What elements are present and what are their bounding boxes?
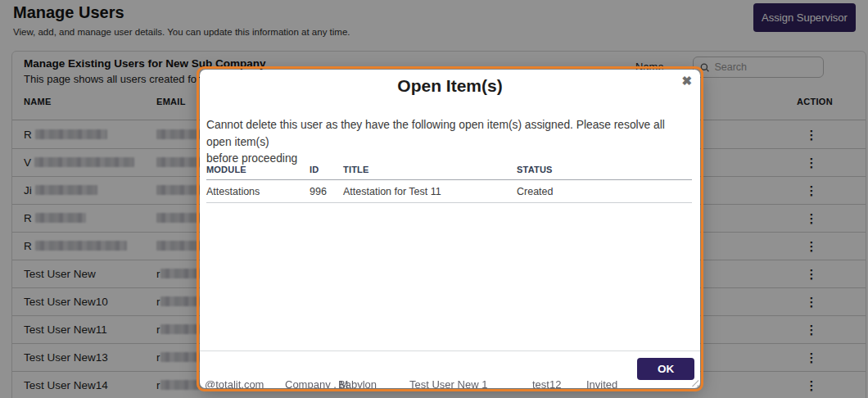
column-header-id: ID <box>310 161 343 179</box>
partially-hidden-table-row: @totalit.comCompany , MBabylonTest User … <box>0 378 868 388</box>
open-item-module: Attestations <box>206 180 310 202</box>
open-item-status: Created <box>517 180 692 202</box>
open-items-modal: Open Item(s) ✖ Cannot delete this user a… <box>200 70 700 388</box>
hidden-row-fragment: Invited <box>586 378 617 388</box>
column-header-title: TITLE <box>343 161 517 179</box>
open-item-row: Attestations996Attestation for Test 11Cr… <box>206 180 692 203</box>
open-items-table-header: MODULE ID TITLE STATUS <box>206 161 692 180</box>
modal-message: Cannot delete this user as they have the… <box>206 117 690 168</box>
modal-title: Open Item(s) <box>200 76 700 96</box>
open-item-id: 996 <box>310 180 343 202</box>
open-item-title: Attestation for Test 11 <box>343 180 517 202</box>
open-items-table: MODULE ID TITLE STATUS Attestations996At… <box>206 161 692 203</box>
close-icon[interactable]: ✖ <box>681 74 692 88</box>
hidden-row-fragment: Test User New 1 <box>409 378 487 388</box>
hidden-row-fragment: test12 <box>532 378 561 388</box>
column-header-module: MODULE <box>206 161 310 179</box>
column-header-status: STATUS <box>517 161 692 179</box>
manage-users-screen: Manage Users View, add, and manage user … <box>0 0 868 398</box>
hidden-row-fragment: @totalit.com <box>205 378 264 388</box>
hidden-row-fragment: Babylon <box>338 378 377 388</box>
ok-button[interactable]: OK <box>637 358 694 380</box>
